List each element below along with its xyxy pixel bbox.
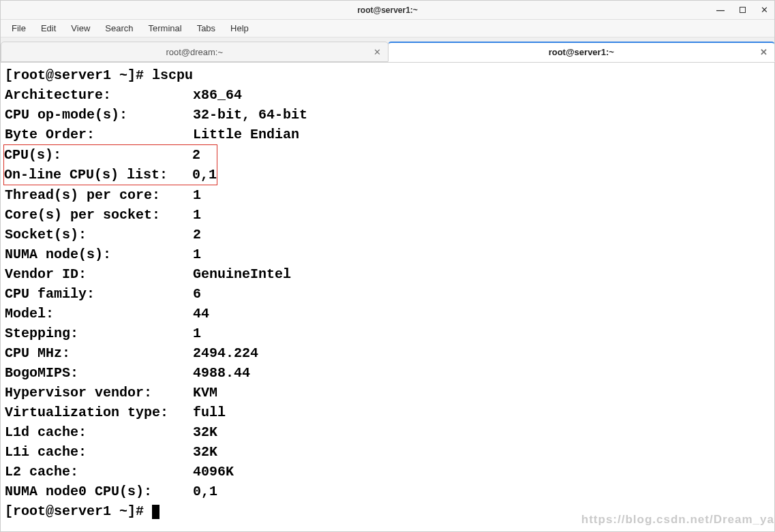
tab-dream[interactable]: root@dream:~ ✕ bbox=[1, 42, 389, 62]
terminal-line: CPU(s): 2 bbox=[4, 145, 217, 165]
terminal-line: L2 cache: 4096K bbox=[5, 462, 770, 482]
terminal-line: Byte Order: Little Endian bbox=[5, 125, 770, 144]
menu-help[interactable]: Help bbox=[224, 21, 256, 35]
minimize-icon[interactable] bbox=[716, 5, 725, 15]
menu-view[interactable]: View bbox=[64, 21, 97, 35]
watermark: https://blog.csdn.net/Dream_ya bbox=[581, 512, 774, 529]
close-icon[interactable]: ✕ bbox=[760, 47, 768, 57]
terminal-line: Socket(s): 2 bbox=[5, 225, 770, 245]
titlebar: root@server1:~ bbox=[1, 1, 774, 20]
terminal-line: Vendor ID: GenuineIntel bbox=[5, 264, 770, 284]
window-title: root@server1:~ bbox=[357, 5, 418, 15]
terminal-line: Thread(s) per core: 1 bbox=[5, 185, 770, 205]
menu-edit[interactable]: Edit bbox=[34, 21, 63, 35]
menu-file[interactable]: File bbox=[5, 21, 33, 35]
terminal-line: BogoMIPS: 4988.44 bbox=[5, 363, 770, 383]
terminal-line: Virtualization type: full bbox=[5, 403, 770, 422]
terminal-output[interactable]: [root@server1 ~]# lscpuArchitecture: x86… bbox=[1, 63, 774, 531]
prompt-line: [root@server1 ~]# lscpu bbox=[5, 65, 770, 85]
terminal-line: Core(s) per socket: 1 bbox=[5, 205, 770, 225]
terminal-line: On-line CPU(s) list: 0,1 bbox=[4, 165, 217, 185]
menu-tabs[interactable]: Tabs bbox=[190, 21, 222, 35]
menu-search[interactable]: Search bbox=[98, 21, 140, 35]
close-icon[interactable] bbox=[759, 5, 769, 15]
highlight-box: CPU(s): 2On-line CPU(s) list: 0,1 bbox=[3, 144, 217, 185]
maximize-icon[interactable] bbox=[738, 5, 747, 15]
close-icon[interactable]: ✕ bbox=[374, 47, 381, 57]
terminal-line: L1d cache: 32K bbox=[5, 422, 770, 442]
terminal-line: NUMA node0 CPU(s): 0,1 bbox=[5, 482, 770, 501]
terminal-line: Hypervisor vendor: KVM bbox=[5, 383, 770, 403]
cursor bbox=[152, 505, 159, 519]
tab-label: root@dream:~ bbox=[10, 47, 380, 57]
tab-server1[interactable]: root@server1:~ ✕ bbox=[388, 42, 776, 62]
terminal-line: Stepping: 1 bbox=[5, 324, 770, 343]
terminal-line: CPU op-mode(s): 32-bit, 64-bit bbox=[5, 105, 770, 125]
menu-terminal[interactable]: Terminal bbox=[142, 21, 189, 35]
tab-label: root@server1:~ bbox=[397, 47, 767, 57]
terminal-line: CPU MHz: 2494.224 bbox=[5, 343, 770, 363]
terminal-line: L1i cache: 32K bbox=[5, 442, 770, 462]
terminal-line: CPU family: 6 bbox=[5, 284, 770, 304]
tabs: root@dream:~ ✕ root@server1:~ ✕ bbox=[1, 37, 774, 63]
terminal-line: Model: 44 bbox=[5, 304, 770, 324]
terminal-line: NUMA node(s): 1 bbox=[5, 245, 770, 264]
terminal-window: root@server1:~ File Edit View Search Ter… bbox=[0, 0, 775, 532]
menubar: File Edit View Search Terminal Tabs Help bbox=[1, 20, 774, 37]
terminal-line: Architecture: x86_64 bbox=[5, 85, 770, 105]
window-controls bbox=[716, 5, 769, 15]
